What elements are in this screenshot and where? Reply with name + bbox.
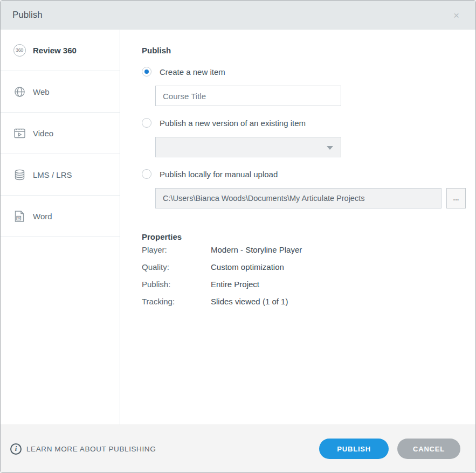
radio-button-icon[interactable]: [142, 118, 151, 128]
chevron-down-icon: [327, 146, 333, 150]
sidebar-item-word[interactable]: w Word: [1, 196, 120, 237]
property-row-quality: Quality: Custom optimization: [142, 259, 475, 276]
course-title-input[interactable]: [155, 86, 341, 106]
format-sidebar: 360 Review 360 Web: [1, 30, 120, 425]
globe-icon: [12, 86, 26, 98]
publish-options-panel: Publish Create a new item Publish a new …: [120, 30, 475, 425]
sidebar-item-video[interactable]: Video: [1, 113, 120, 154]
radio-button-icon[interactable]: [142, 67, 151, 76]
property-label: Player:: [142, 241, 211, 259]
radio-publish-locally[interactable]: Publish locally for manual upload: [142, 169, 475, 179]
learn-more-link[interactable]: i LEARN MORE ABOUT PUBLISHING: [10, 443, 156, 455]
publish-section-heading: Publish: [142, 46, 475, 55]
property-label: Quality:: [142, 259, 211, 276]
sidebar-item-label: Word: [33, 212, 52, 221]
radio-label: Publish a new version of an existing ite…: [160, 119, 306, 128]
property-value[interactable]: Entire Project: [211, 276, 259, 293]
property-label: Publish:: [142, 276, 211, 293]
word-doc-icon: w: [12, 211, 26, 222]
sidebar-item-label: Review 360: [33, 46, 77, 55]
property-row-publish: Publish: Entire Project: [142, 276, 475, 293]
radio-new-version-existing[interactable]: Publish a new version of an existing ite…: [142, 118, 475, 128]
properties-section: Properties Player: Modern - Storyline Pl…: [142, 232, 475, 310]
radio-create-new-item[interactable]: Create a new item: [142, 67, 475, 76]
sidebar-item-label: Web: [33, 87, 50, 96]
property-label: Tracking:: [142, 293, 211, 310]
close-icon[interactable]: ×: [450, 8, 463, 23]
dialog-titlebar: Publish ×: [1, 1, 475, 30]
radio-label: Publish locally for manual upload: [160, 170, 278, 179]
dialog-footer: i LEARN MORE ABOUT PUBLISHING PUBLISH CA…: [1, 425, 475, 472]
sidebar-item-lms-lrs[interactable]: LMS / LRS: [1, 154, 120, 196]
property-value[interactable]: Slides viewed (1 of 1): [211, 293, 288, 310]
radio-button-icon[interactable]: [142, 169, 151, 179]
database-icon: [12, 169, 26, 180]
properties-heading: Properties: [142, 232, 475, 241]
property-value[interactable]: Custom optimization: [211, 259, 284, 276]
browse-folder-button[interactable]: ...: [446, 188, 466, 208]
existing-item-dropdown[interactable]: [155, 137, 341, 157]
publish-dialog: Publish × 360 Review 360 Web: [0, 0, 476, 473]
dialog-title: Publish: [12, 10, 43, 20]
publish-button[interactable]: PUBLISH: [319, 439, 389, 459]
sidebar-item-label: LMS / LRS: [33, 170, 72, 179]
info-icon: i: [10, 443, 22, 455]
cancel-button[interactable]: CANCEL: [397, 439, 460, 459]
sidebar-item-web[interactable]: Web: [1, 71, 120, 113]
video-icon: [12, 128, 26, 138]
radio-label: Create a new item: [160, 67, 225, 76]
svg-text:w: w: [17, 216, 20, 220]
sidebar-item-review-360[interactable]: 360 Review 360: [1, 30, 120, 71]
local-folder-path-input[interactable]: [155, 188, 441, 208]
property-value[interactable]: Modern - Storyline Player: [211, 241, 302, 259]
learn-more-label: LEARN MORE ABOUT PUBLISHING: [26, 445, 156, 453]
property-row-tracking: Tracking: Slides viewed (1 of 1): [142, 293, 475, 310]
sidebar-item-label: Video: [33, 129, 53, 138]
review-360-icon: 360: [12, 44, 26, 57]
property-row-player: Player: Modern - Storyline Player: [142, 241, 475, 259]
